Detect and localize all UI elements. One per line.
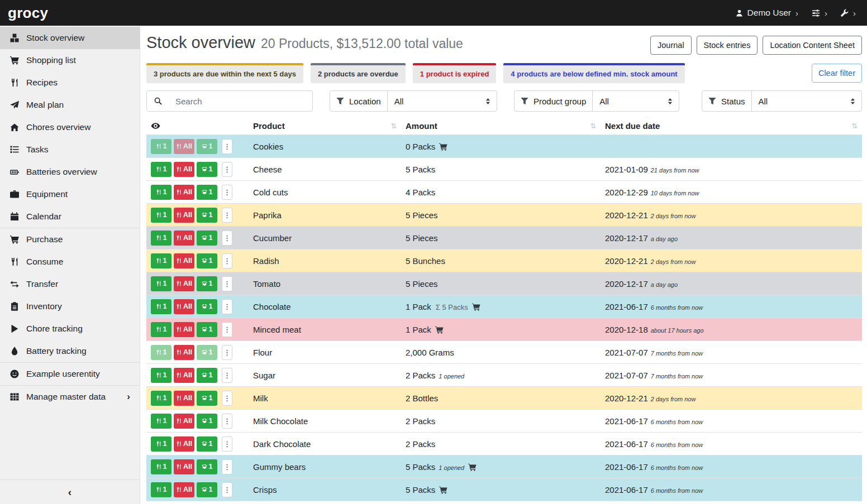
consume-all-button[interactable]: All (174, 459, 194, 474)
consume-all-button[interactable]: All (174, 436, 194, 452)
row-menu-button[interactable]: ⋮ (222, 368, 232, 383)
open-one-button[interactable]: 1 (197, 368, 217, 383)
clear-filter-button[interactable]: Clear filter (812, 64, 862, 83)
sidebar-item-batteries-overview[interactable]: Batteries overview (0, 161, 140, 183)
journal-button[interactable]: Journal (650, 36, 692, 55)
user-menu[interactable]: Demo User › (736, 8, 798, 18)
status-banner-due[interactable]: 3 products are due within the next 5 day… (146, 63, 303, 83)
row-menu-button[interactable]: ⋮ (222, 482, 232, 497)
consume-all-button[interactable]: All (174, 231, 194, 246)
open-one-button[interactable]: 1 (197, 185, 217, 200)
consume-one-button[interactable]: 1 (151, 414, 172, 429)
row-menu-button[interactable]: ⋮ (222, 459, 232, 474)
consume-all-button[interactable]: All (174, 368, 194, 383)
consume-all-button[interactable]: All (174, 139, 194, 154)
consume-one-button[interactable]: 1 (151, 276, 172, 291)
search-input[interactable] (169, 91, 312, 111)
consume-all-button[interactable]: All (174, 185, 194, 200)
sidebar-item-tasks[interactable]: Tasks (0, 138, 140, 161)
open-one-button[interactable]: 1 (197, 208, 217, 223)
row-menu-button[interactable]: ⋮ (222, 299, 232, 314)
row-menu-button[interactable]: ⋮ (222, 391, 232, 406)
consume-all-button[interactable]: All (174, 414, 194, 429)
consume-all-button[interactable]: All (174, 345, 194, 360)
open-one-button[interactable]: 1 (197, 482, 217, 497)
location-filter-select[interactable]: All (388, 91, 497, 111)
open-one-button[interactable]: 1 (197, 322, 217, 337)
open-one-button[interactable]: 1 (197, 162, 217, 177)
product-group-filter-select[interactable]: All (593, 91, 679, 111)
row-menu-button[interactable]: ⋮ (222, 436, 232, 452)
status-filter-select[interactable]: All (752, 91, 861, 111)
consume-one-button[interactable]: 1 (151, 368, 172, 383)
row-menu-button[interactable]: ⋮ (222, 276, 232, 291)
grocy-logo[interactable]: grocy (8, 4, 48, 22)
row-menu-button[interactable]: ⋮ (222, 162, 232, 177)
consume-all-button[interactable]: All (174, 322, 194, 337)
consume-all-button[interactable]: All (174, 208, 194, 223)
consume-all-button[interactable]: All (174, 162, 194, 177)
consume-one-button[interactable]: 1 (151, 345, 172, 360)
status-banner-overdue[interactable]: 2 products are overdue (311, 63, 406, 83)
open-one-button[interactable]: 1 (197, 436, 217, 452)
row-menu-button[interactable]: ⋮ (222, 208, 232, 223)
row-menu-button[interactable]: ⋮ (222, 414, 232, 429)
consume-all-button[interactable]: All (174, 253, 194, 268)
row-menu-button[interactable]: ⋮ (222, 139, 232, 154)
sidebar-item-chore-tracking[interactable]: Chore tracking (0, 318, 140, 340)
sidebar-item-meal-plan[interactable]: Meal plan (0, 94, 140, 116)
consume-one-button[interactable]: 1 (151, 139, 172, 154)
consume-all-button[interactable]: All (174, 391, 194, 406)
amount-column-header[interactable]: Amount ⇅ (401, 119, 601, 135)
consume-one-button[interactable]: 1 (151, 299, 172, 314)
sidebar-item-transfer[interactable]: Transfer (0, 273, 140, 295)
stock-entries-button[interactable]: Stock entries (697, 36, 758, 55)
consume-one-button[interactable]: 1 (151, 436, 172, 452)
consume-one-button[interactable]: 1 (151, 322, 172, 337)
sidebar-item-manage-master-data[interactable]: Manage master data› (0, 386, 140, 408)
open-one-button[interactable]: 1 (197, 391, 217, 406)
consume-one-button[interactable]: 1 (151, 185, 172, 200)
consume-one-button[interactable]: 1 (151, 253, 172, 268)
open-one-button[interactable]: 1 (197, 139, 217, 154)
sidebar-item-recipes[interactable]: Recipes (0, 71, 140, 94)
consume-one-button[interactable]: 1 (151, 162, 172, 177)
location-content-sheet-button[interactable]: Location Content Sheet (763, 36, 862, 55)
status-banner-expired[interactable]: 1 product is expired (413, 63, 497, 83)
consume-one-button[interactable]: 1 (151, 482, 172, 497)
open-one-button[interactable]: 1 (197, 231, 217, 246)
consume-one-button[interactable]: 1 (151, 231, 172, 246)
open-one-button[interactable]: 1 (197, 345, 217, 360)
row-menu-button[interactable]: ⋮ (222, 253, 232, 268)
consume-all-button[interactable]: All (174, 299, 194, 314)
sidebar-item-consume[interactable]: Consume (0, 251, 140, 273)
open-one-button[interactable]: 1 (197, 299, 217, 314)
row-menu-button[interactable]: ⋮ (222, 322, 232, 337)
sidebar-item-calendar[interactable]: Calendar (0, 205, 140, 228)
due-date-column-header[interactable]: Next due date ⇅ (601, 119, 862, 135)
sidebar-item-inventory[interactable]: Inventory (0, 295, 140, 318)
admin-menu[interactable]: › (841, 9, 856, 17)
open-one-button[interactable]: 1 (197, 253, 217, 268)
row-menu-button[interactable]: ⋮ (222, 231, 232, 246)
sidebar-item-example-userentity[interactable]: Example userentity (0, 363, 140, 385)
consume-all-button[interactable]: All (174, 276, 194, 291)
sidebar-item-shopping-list[interactable]: Shopping list (0, 49, 140, 71)
consume-one-button[interactable]: 1 (151, 208, 172, 223)
open-one-button[interactable]: 1 (197, 414, 217, 429)
product-column-header[interactable]: Product ⇅ (249, 119, 401, 135)
sidebar-item-stock-overview[interactable]: Stock overview (0, 27, 140, 49)
consume-one-button[interactable]: 1 (151, 459, 172, 474)
open-one-button[interactable]: 1 (197, 276, 217, 291)
consume-all-button[interactable]: All (174, 482, 194, 497)
status-banner-belowmin[interactable]: 4 products are below defined min. stock … (503, 63, 684, 83)
open-one-button[interactable]: 1 (197, 459, 217, 474)
consume-one-button[interactable]: 1 (151, 391, 172, 406)
row-menu-button[interactable]: ⋮ (222, 345, 232, 360)
sidebar-item-equipment[interactable]: Equipment (0, 183, 140, 205)
sidebar-item-chores-overview[interactable]: Chores overview (0, 116, 140, 138)
settings-menu[interactable]: › (812, 9, 827, 17)
row-menu-button[interactable]: ⋮ (222, 185, 232, 200)
sidebar-item-battery-tracking[interactable]: Battery tracking (0, 340, 140, 362)
visibility-column-header[interactable] (146, 119, 249, 135)
